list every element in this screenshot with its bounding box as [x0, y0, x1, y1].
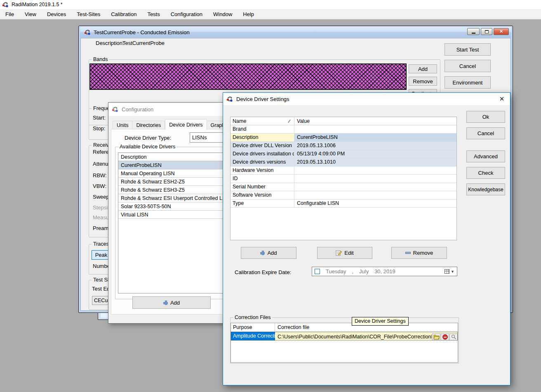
vbw-label: VBW:: [93, 183, 106, 189]
caption-buttons: ✕: [467, 28, 509, 35]
browse-file-button[interactable]: [432, 333, 440, 340]
clear-file-button[interactable]: [441, 333, 449, 340]
close-button[interactable]: ✕: [494, 28, 509, 35]
date-day-year[interactable]: 30, 2019: [374, 268, 395, 275]
driver-row-esh2-z5[interactable]: Rohde & Schwarz ESH2-Z5: [118, 178, 224, 186]
driver-row-esh3-z5[interactable]: Rohde & Schwarz ESH3-Z5: [118, 186, 224, 194]
radimation-app-icon: [2, 1, 9, 8]
desktop: RadiMation 2019.1.5 * File View Devices …: [0, 0, 541, 392]
knowledgebase-button[interactable]: Knowledgebase: [466, 183, 505, 195]
driver-row-solar-9233[interactable]: Solar 9233-50TS-50N: [118, 202, 224, 211]
driver-row-virtual-lisn[interactable]: Virtual LISN: [118, 211, 224, 219]
available-drivers-list: Description CurentProbeLISN Manual Opera…: [118, 153, 224, 293]
maximize-button[interactable]: [481, 28, 492, 35]
date-weekday[interactable]: Tuesday: [326, 268, 346, 275]
menu-devices[interactable]: Devices: [42, 9, 71, 19]
minus-icon: [405, 252, 411, 254]
correction-files-group: Correction Files Purpose Correction file…: [230, 317, 459, 364]
tooltip: Device Driver Settings: [352, 317, 409, 326]
edit-icon: [336, 250, 342, 256]
purpose-column-header[interactable]: Purpose: [231, 323, 275, 331]
name-column-header[interactable]: Name: [231, 117, 294, 125]
description-label: Description:: [96, 40, 124, 46]
band-add-button[interactable]: Add: [409, 64, 437, 73]
driver-properties-table: Name Value Brand DescriptionCurentProbeL…: [230, 117, 457, 240]
calendar-dropdown-button[interactable]: ▼: [443, 268, 456, 275]
drivers-list-header[interactable]: Description: [118, 153, 224, 161]
table-row: Brand: [231, 125, 456, 134]
correction-files-table: Purpose Correction file Amplitude Correc…: [231, 323, 458, 363]
environment-button[interactable]: Environment: [445, 76, 491, 89]
property-add-button[interactable]: Add: [241, 247, 296, 259]
plus-icon: [260, 251, 265, 255]
driver-row-manual-operating-lisn[interactable]: Manual Operating LISN: [118, 169, 224, 178]
table-row: Serial Number: [231, 183, 456, 191]
correction-table-header: Purpose Correction file: [231, 323, 458, 332]
radimation-app-icon: [84, 29, 91, 35]
radimation-app-icon: [112, 106, 119, 113]
calibration-date-checkbox[interactable]: [315, 269, 320, 274]
correction-file-cell: C:\Users\Public\Documents\RadiMation\COR…: [275, 332, 458, 340]
table-row: Device driver DLL Version2019.05.13.1006: [231, 142, 456, 150]
menu-view[interactable]: View: [19, 9, 42, 19]
advanced-button[interactable]: Advanced: [466, 150, 505, 162]
ok-button[interactable]: Ok: [466, 111, 505, 123]
correction-file-column-header[interactable]: Correction file: [275, 324, 309, 330]
device-driver-type-label: Device Driver Type:: [125, 135, 171, 141]
correction-file-path[interactable]: C:\Users\Public\Documents\RadiMation\COR…: [278, 334, 432, 340]
available-drivers-group-label: Available Device Drivers: [118, 144, 176, 150]
value-column-header[interactable]: Value: [294, 118, 310, 124]
stop-frequency-label: Stop:: [93, 125, 105, 131]
properties-table-header: Name Value: [231, 117, 456, 125]
property-edit-button[interactable]: Edit: [317, 247, 372, 259]
table-row: Device drivers installation date05/13/19…: [231, 150, 456, 158]
magnifier-icon: [451, 334, 456, 340]
band-remove-button[interactable]: Remove: [409, 77, 437, 86]
menu-window[interactable]: Window: [208, 9, 238, 19]
calendar-icon: [445, 269, 449, 274]
dds-title: Device Driver Settings: [236, 96, 289, 102]
menu-tests[interactable]: Tests: [142, 9, 165, 19]
driver-row-curentprobelisn[interactable]: CurentProbeLISN: [118, 161, 224, 169]
table-row: ID: [231, 175, 456, 183]
tab-directories[interactable]: Directories: [132, 121, 165, 130]
property-remove-button[interactable]: Remove: [391, 247, 447, 259]
tab-device-drivers[interactable]: Device Drivers: [165, 119, 207, 130]
menu-help[interactable]: Help: [238, 9, 259, 19]
driver-row-esi-userport[interactable]: Rohde & Schwarz ESI Userport Controlled …: [118, 194, 224, 202]
correction-file-row[interactable]: Amplitude Correction C:\Users\Public\Doc…: [231, 332, 458, 340]
view-file-button[interactable]: [449, 333, 458, 340]
calibration-date-picker[interactable]: Tuesday , July 30, 2019 ▼: [312, 267, 457, 276]
date-month[interactable]: July: [359, 268, 369, 275]
table-row: TypeConfigurable LISN: [231, 200, 456, 208]
chevron-down-icon: ▼: [451, 270, 454, 274]
cancel-button[interactable]: Cancel: [445, 60, 491, 72]
no-entry-icon: [442, 334, 448, 340]
configuration-title: Configuration: [122, 106, 153, 113]
start-test-button[interactable]: Start Test: [445, 43, 491, 56]
dds-close-button[interactable]: ✕: [494, 93, 510, 105]
date-comma: ,: [352, 268, 353, 275]
menu-configuration[interactable]: Configuration: [165, 9, 208, 19]
start-frequency-label: Start:: [93, 115, 106, 121]
rbw-label: RBW:: [93, 172, 107, 178]
dds-titlebar[interactable]: Device Driver Settings: [223, 93, 510, 105]
table-row: Hardware Version: [231, 167, 456, 175]
menu-file[interactable]: File: [0, 9, 19, 19]
check-button[interactable]: Check: [466, 167, 505, 179]
menu-calibration[interactable]: Calibration: [106, 9, 142, 19]
bands-group-label: Bands: [92, 56, 109, 62]
table-row: Device drivers versions2019.05.13.1010: [231, 158, 456, 167]
table-row: Software Version: [231, 191, 456, 200]
radimation-app-icon: [226, 96, 233, 102]
minimize-button[interactable]: [467, 28, 480, 35]
menu-test-sites[interactable]: Test-Sites: [71, 9, 106, 19]
test-window-titlebar[interactable]: TestCurrentProbe - Conducted Emission ✕: [80, 27, 511, 38]
dds-cancel-button[interactable]: Cancel: [466, 127, 505, 139]
correction-purpose-cell[interactable]: Amplitude Correction: [231, 332, 275, 340]
close-icon: ✕: [499, 29, 503, 34]
close-icon: ✕: [499, 95, 505, 103]
config-add-driver-button[interactable]: Add: [132, 296, 211, 309]
bands-area[interactable]: [89, 63, 407, 90]
tab-units[interactable]: Units: [113, 121, 132, 130]
